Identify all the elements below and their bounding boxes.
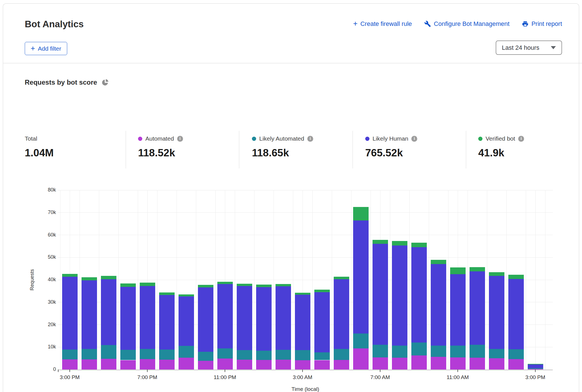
bar-segment-likely-human[interactable] xyxy=(82,280,97,349)
bar-segment-likely-human[interactable] xyxy=(353,220,369,334)
bar-segment-likely-automated[interactable] xyxy=(256,351,272,360)
info-icon[interactable]: i xyxy=(177,136,183,142)
bar-segment-likely-automated[interactable] xyxy=(431,346,446,357)
bar-segment-automated[interactable] xyxy=(392,358,407,370)
bar-segment-automated[interactable] xyxy=(101,359,116,370)
bar-segment-likely-human[interactable] xyxy=(334,279,349,349)
bar-segment-verified-bot[interactable] xyxy=(431,260,446,264)
bar-segment-verified-bot[interactable] xyxy=(256,285,272,287)
bar-segment-verified-bot[interactable] xyxy=(217,282,233,284)
bar-segment-likely-automated[interactable] xyxy=(314,352,330,360)
bar-segment-likely-human[interactable] xyxy=(237,286,252,350)
bar-segment-likely-human[interactable] xyxy=(198,287,213,352)
bar-segment-automated[interactable] xyxy=(140,359,155,370)
bar-segment-likely-human[interactable] xyxy=(217,284,233,348)
bar-segment-likely-automated[interactable] xyxy=(353,334,369,348)
bar-segment-likely-automated[interactable] xyxy=(411,343,427,355)
bar-segment-automated[interactable] xyxy=(353,348,369,370)
bar-segment-verified-bot[interactable] xyxy=(101,276,116,279)
bar-segment-automated[interactable] xyxy=(450,357,466,370)
bar-segment-verified-bot[interactable] xyxy=(353,207,369,220)
bar-segment-likely-automated[interactable] xyxy=(159,350,175,360)
bar-segment-likely-automated[interactable] xyxy=(450,346,466,357)
bar-segment-automated[interactable] xyxy=(256,360,272,370)
bar-segment-likely-automated[interactable] xyxy=(392,346,407,357)
bar-segment-verified-bot[interactable] xyxy=(508,275,524,279)
bar-segment-likely-automated[interactable] xyxy=(373,345,388,357)
bar-segment-verified-bot[interactable] xyxy=(373,240,388,244)
bar-segment-verified-bot[interactable] xyxy=(450,267,466,274)
bar-segment-likely-human[interactable] xyxy=(256,287,272,351)
bar-segment-automated[interactable] xyxy=(120,360,136,370)
bar-segment-verified-bot[interactable] xyxy=(82,277,97,280)
bar-segment-likely-human[interactable] xyxy=(450,274,466,346)
add-filter-button[interactable]: + Add filter xyxy=(25,42,67,55)
bar-segment-automated[interactable] xyxy=(334,360,349,370)
bar-segment-automated[interactable] xyxy=(314,360,330,370)
bar-segment-likely-automated[interactable] xyxy=(470,345,485,357)
bar-segment-verified-bot[interactable] xyxy=(159,292,175,295)
bar-segment-likely-human[interactable] xyxy=(508,279,524,349)
bar-segment-automated[interactable] xyxy=(179,358,194,370)
bar-segment-verified-bot[interactable] xyxy=(334,277,349,280)
bar-segment-automated[interactable] xyxy=(237,360,252,370)
bar-segment-automated[interactable] xyxy=(276,360,291,370)
info-icon[interactable]: i xyxy=(307,136,313,142)
bar-segment-likely-automated[interactable] xyxy=(120,350,136,360)
info-icon[interactable]: i xyxy=(518,136,524,142)
bar-segment-likely-human[interactable] xyxy=(528,364,543,368)
bar-segment-likely-automated[interactable] xyxy=(198,352,213,361)
bar-segment-verified-bot[interactable] xyxy=(198,285,213,288)
bar-segment-likely-human[interactable] xyxy=(140,286,155,349)
bar-segment-likely-automated[interactable] xyxy=(217,348,233,359)
time-range-select[interactable]: Last 24 hours xyxy=(496,40,562,55)
bar-segment-automated[interactable] xyxy=(295,360,310,370)
bar-segment-likely-automated[interactable] xyxy=(276,350,291,360)
bar-segment-likely-human[interactable] xyxy=(295,295,310,350)
bar-segment-likely-human[interactable] xyxy=(159,295,175,350)
bar-segment-automated[interactable] xyxy=(217,359,233,370)
bar-segment-verified-bot[interactable] xyxy=(470,267,485,272)
bar-segment-verified-bot[interactable] xyxy=(140,283,155,286)
create-firewall-rule-link[interactable]: + Create firewall rule xyxy=(353,20,412,28)
print-report-link[interactable]: Print report xyxy=(522,20,562,28)
bar-segment-likely-automated[interactable] xyxy=(82,349,97,359)
bar-segment-likely-automated[interactable] xyxy=(179,346,194,357)
bar-segment-verified-bot[interactable] xyxy=(276,284,291,286)
bar-segment-verified-bot[interactable] xyxy=(179,294,194,296)
bar-segment-automated[interactable] xyxy=(62,359,78,370)
bar-segment-verified-bot[interactable] xyxy=(489,272,504,276)
bar-segment-verified-bot[interactable] xyxy=(314,290,330,292)
configure-bot-management-link[interactable]: Configure Bot Management xyxy=(424,20,509,28)
bar-segment-verified-bot[interactable] xyxy=(392,241,407,245)
bar-segment-likely-human[interactable] xyxy=(411,247,427,343)
bar-segment-automated[interactable] xyxy=(82,359,97,370)
bar-segment-likely-automated[interactable] xyxy=(101,345,116,359)
bar-segment-automated[interactable] xyxy=(159,360,175,370)
bar-segment-likely-automated[interactable] xyxy=(237,350,252,360)
bar-segment-likely-automated[interactable] xyxy=(62,350,78,359)
bar-segment-likely-human[interactable] xyxy=(101,279,116,345)
bar-segment-likely-automated[interactable] xyxy=(140,349,155,359)
bar-segment-likely-automated[interactable] xyxy=(508,349,524,359)
bar-segment-likely-human[interactable] xyxy=(392,245,407,346)
bar-segment-automated[interactable] xyxy=(373,357,388,370)
bar-segment-likely-automated[interactable] xyxy=(528,368,543,369)
bar-segment-likely-automated[interactable] xyxy=(295,350,310,361)
bar-segment-likely-human[interactable] xyxy=(179,296,194,346)
info-icon[interactable]: i xyxy=(411,136,417,142)
bar-segment-likely-human[interactable] xyxy=(314,292,330,352)
bar-segment-likely-automated[interactable] xyxy=(334,349,349,360)
bar-segment-likely-human[interactable] xyxy=(489,276,504,349)
bar-segment-likely-human[interactable] xyxy=(120,287,136,350)
bar-segment-automated[interactable] xyxy=(431,357,446,370)
bar-segment-verified-bot[interactable] xyxy=(237,284,252,286)
bar-segment-automated[interactable] xyxy=(198,361,213,370)
bar-segment-likely-human[interactable] xyxy=(373,244,388,345)
bar-segment-likely-automated[interactable] xyxy=(489,349,504,358)
bar-segment-likely-human[interactable] xyxy=(276,286,291,350)
bar-segment-likely-human[interactable] xyxy=(62,277,78,350)
bar-segment-automated[interactable] xyxy=(411,355,427,370)
bar-segment-verified-bot[interactable] xyxy=(120,283,136,287)
bar-segment-verified-bot[interactable] xyxy=(62,274,78,277)
